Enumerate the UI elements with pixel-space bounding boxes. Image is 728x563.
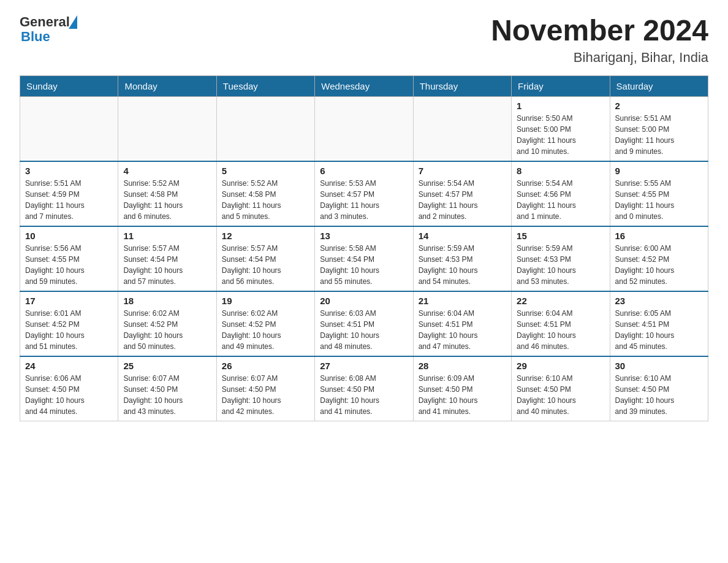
logo-text-blue: Blue bbox=[21, 29, 77, 44]
table-row: 17Sunrise: 6:01 AM Sunset: 4:52 PM Dayli… bbox=[20, 291, 118, 356]
col-saturday: Saturday bbox=[610, 75, 708, 96]
day-info: Sunrise: 5:53 AM Sunset: 4:57 PM Dayligh… bbox=[320, 178, 408, 222]
day-number: 5 bbox=[222, 166, 309, 176]
calendar-week-row: 17Sunrise: 6:01 AM Sunset: 4:52 PM Dayli… bbox=[20, 291, 708, 356]
day-number: 3 bbox=[25, 166, 113, 176]
day-number: 26 bbox=[222, 361, 309, 371]
day-info: Sunrise: 5:51 AM Sunset: 5:00 PM Dayligh… bbox=[615, 113, 703, 157]
day-number: 13 bbox=[320, 231, 408, 241]
day-number: 20 bbox=[320, 296, 408, 306]
table-row bbox=[216, 96, 314, 161]
table-row: 22Sunrise: 6:04 AM Sunset: 4:51 PM Dayli… bbox=[512, 291, 610, 356]
table-row bbox=[20, 96, 118, 161]
table-row: 1Sunrise: 5:50 AM Sunset: 5:00 PM Daylig… bbox=[512, 96, 610, 161]
table-row: 11Sunrise: 5:57 AM Sunset: 4:54 PM Dayli… bbox=[118, 226, 216, 291]
col-monday: Monday bbox=[118, 75, 216, 96]
day-number: 23 bbox=[615, 296, 703, 306]
table-row: 13Sunrise: 5:58 AM Sunset: 4:54 PM Dayli… bbox=[315, 226, 413, 291]
day-number: 4 bbox=[123, 166, 211, 176]
table-row: 30Sunrise: 6:10 AM Sunset: 4:50 PM Dayli… bbox=[610, 356, 708, 421]
day-info: Sunrise: 5:50 AM Sunset: 5:00 PM Dayligh… bbox=[517, 113, 604, 157]
table-row: 15Sunrise: 5:59 AM Sunset: 4:53 PM Dayli… bbox=[512, 226, 610, 291]
day-number: 21 bbox=[419, 296, 506, 306]
day-info: Sunrise: 6:07 AM Sunset: 4:50 PM Dayligh… bbox=[123, 373, 211, 417]
table-row: 19Sunrise: 6:02 AM Sunset: 4:52 PM Dayli… bbox=[216, 291, 314, 356]
day-number: 12 bbox=[222, 231, 309, 241]
table-row: 8Sunrise: 5:54 AM Sunset: 4:56 PM Daylig… bbox=[512, 161, 610, 226]
day-info: Sunrise: 5:52 AM Sunset: 4:58 PM Dayligh… bbox=[123, 178, 211, 222]
day-info: Sunrise: 5:59 AM Sunset: 4:53 PM Dayligh… bbox=[419, 243, 506, 287]
calendar-title: November 2024 bbox=[491, 15, 708, 47]
day-info: Sunrise: 6:10 AM Sunset: 4:50 PM Dayligh… bbox=[517, 373, 604, 417]
day-info: Sunrise: 6:02 AM Sunset: 4:52 PM Dayligh… bbox=[123, 308, 211, 352]
day-info: Sunrise: 5:57 AM Sunset: 4:54 PM Dayligh… bbox=[123, 243, 211, 287]
day-info: Sunrise: 5:57 AM Sunset: 4:54 PM Dayligh… bbox=[222, 243, 309, 287]
day-number: 1 bbox=[517, 101, 604, 111]
day-number: 6 bbox=[320, 166, 408, 176]
table-row: 18Sunrise: 6:02 AM Sunset: 4:52 PM Dayli… bbox=[118, 291, 216, 356]
day-info: Sunrise: 6:05 AM Sunset: 4:51 PM Dayligh… bbox=[615, 308, 703, 352]
col-tuesday: Tuesday bbox=[216, 75, 314, 96]
day-info: Sunrise: 6:01 AM Sunset: 4:52 PM Dayligh… bbox=[25, 308, 113, 352]
day-number: 8 bbox=[517, 166, 604, 176]
table-row: 20Sunrise: 6:03 AM Sunset: 4:51 PM Dayli… bbox=[315, 291, 413, 356]
day-number: 28 bbox=[419, 361, 506, 371]
day-number: 9 bbox=[615, 166, 703, 176]
logo: General Blue bbox=[20, 15, 77, 44]
table-row: 7Sunrise: 5:54 AM Sunset: 4:57 PM Daylig… bbox=[413, 161, 511, 226]
table-row: 24Sunrise: 6:06 AM Sunset: 4:50 PM Dayli… bbox=[20, 356, 118, 421]
day-info: Sunrise: 5:54 AM Sunset: 4:56 PM Dayligh… bbox=[517, 178, 604, 222]
table-row: 5Sunrise: 5:52 AM Sunset: 4:58 PM Daylig… bbox=[216, 161, 314, 226]
day-number: 15 bbox=[517, 231, 604, 241]
table-row: 27Sunrise: 6:08 AM Sunset: 4:50 PM Dayli… bbox=[315, 356, 413, 421]
day-number: 19 bbox=[222, 296, 309, 306]
day-info: Sunrise: 6:10 AM Sunset: 4:50 PM Dayligh… bbox=[615, 373, 703, 417]
day-info: Sunrise: 6:02 AM Sunset: 4:52 PM Dayligh… bbox=[222, 308, 309, 352]
table-row: 12Sunrise: 5:57 AM Sunset: 4:54 PM Dayli… bbox=[216, 226, 314, 291]
calendar-week-row: 1Sunrise: 5:50 AM Sunset: 5:00 PM Daylig… bbox=[20, 96, 708, 161]
table-row: 23Sunrise: 6:05 AM Sunset: 4:51 PM Dayli… bbox=[610, 291, 708, 356]
day-number: 2 bbox=[615, 101, 703, 111]
calendar-subtitle: Bihariganj, Bihar, India bbox=[491, 50, 708, 66]
day-info: Sunrise: 6:08 AM Sunset: 4:50 PM Dayligh… bbox=[320, 373, 408, 417]
day-number: 29 bbox=[517, 361, 604, 371]
table-row bbox=[118, 96, 216, 161]
col-sunday: Sunday bbox=[20, 75, 118, 96]
day-number: 27 bbox=[320, 361, 408, 371]
table-row: 10Sunrise: 5:56 AM Sunset: 4:55 PM Dayli… bbox=[20, 226, 118, 291]
day-info: Sunrise: 6:03 AM Sunset: 4:51 PM Dayligh… bbox=[320, 308, 408, 352]
day-info: Sunrise: 6:00 AM Sunset: 4:52 PM Dayligh… bbox=[615, 243, 703, 287]
table-row: 21Sunrise: 6:04 AM Sunset: 4:51 PM Dayli… bbox=[413, 291, 511, 356]
calendar-week-row: 3Sunrise: 5:51 AM Sunset: 4:59 PM Daylig… bbox=[20, 161, 708, 226]
table-row: 2Sunrise: 5:51 AM Sunset: 5:00 PM Daylig… bbox=[610, 96, 708, 161]
day-number: 11 bbox=[123, 231, 211, 241]
table-row: 3Sunrise: 5:51 AM Sunset: 4:59 PM Daylig… bbox=[20, 161, 118, 226]
day-number: 10 bbox=[25, 231, 113, 241]
col-wednesday: Wednesday bbox=[315, 75, 413, 96]
day-info: Sunrise: 6:09 AM Sunset: 4:50 PM Dayligh… bbox=[419, 373, 506, 417]
calendar-table: Sunday Monday Tuesday Wednesday Thursday… bbox=[20, 75, 708, 421]
table-row: 25Sunrise: 6:07 AM Sunset: 4:50 PM Dayli… bbox=[118, 356, 216, 421]
day-info: Sunrise: 5:58 AM Sunset: 4:54 PM Dayligh… bbox=[320, 243, 408, 287]
calendar-header-row: Sunday Monday Tuesday Wednesday Thursday… bbox=[20, 75, 708, 96]
day-info: Sunrise: 6:07 AM Sunset: 4:50 PM Dayligh… bbox=[222, 373, 309, 417]
day-info: Sunrise: 5:52 AM Sunset: 4:58 PM Dayligh… bbox=[222, 178, 309, 222]
day-info: Sunrise: 6:04 AM Sunset: 4:51 PM Dayligh… bbox=[517, 308, 604, 352]
page-header: General Blue November 2024 Bihariganj, B… bbox=[20, 15, 708, 66]
day-number: 14 bbox=[419, 231, 506, 241]
day-info: Sunrise: 6:04 AM Sunset: 4:51 PM Dayligh… bbox=[419, 308, 506, 352]
table-row: 9Sunrise: 5:55 AM Sunset: 4:55 PM Daylig… bbox=[610, 161, 708, 226]
day-info: Sunrise: 5:54 AM Sunset: 4:57 PM Dayligh… bbox=[419, 178, 506, 222]
day-number: 17 bbox=[25, 296, 113, 306]
table-row: 28Sunrise: 6:09 AM Sunset: 4:50 PM Dayli… bbox=[413, 356, 511, 421]
table-row: 29Sunrise: 6:10 AM Sunset: 4:50 PM Dayli… bbox=[512, 356, 610, 421]
day-info: Sunrise: 5:51 AM Sunset: 4:59 PM Dayligh… bbox=[25, 178, 113, 222]
table-row: 14Sunrise: 5:59 AM Sunset: 4:53 PM Dayli… bbox=[413, 226, 511, 291]
col-thursday: Thursday bbox=[413, 75, 511, 96]
day-info: Sunrise: 5:55 AM Sunset: 4:55 PM Dayligh… bbox=[615, 178, 703, 222]
table-row: 16Sunrise: 6:00 AM Sunset: 4:52 PM Dayli… bbox=[610, 226, 708, 291]
title-block: November 2024 Bihariganj, Bihar, India bbox=[491, 15, 708, 66]
day-number: 22 bbox=[517, 296, 604, 306]
day-number: 25 bbox=[123, 361, 211, 371]
col-friday: Friday bbox=[512, 75, 610, 96]
